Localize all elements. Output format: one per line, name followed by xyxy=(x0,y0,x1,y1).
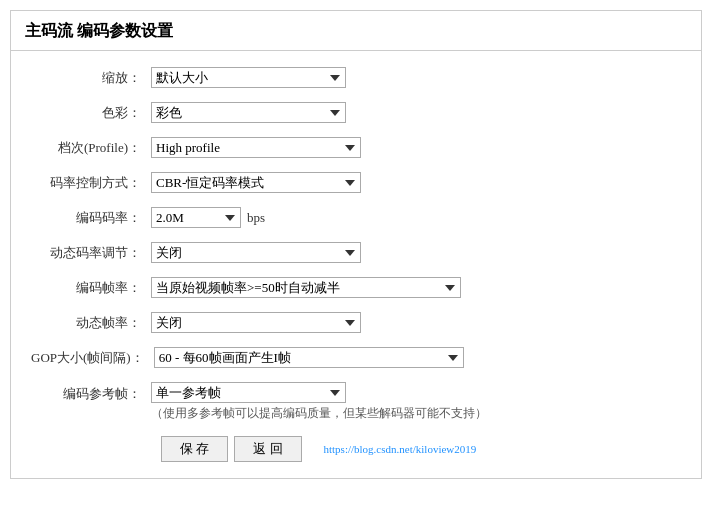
profile-row: 档次(Profile)： High profile Main profile B… xyxy=(31,137,681,158)
gop-row: GOP大小(帧间隔)： 60 - 每60帧画面产生I帧 30 - 每30帧画面产… xyxy=(31,347,681,368)
cbr-select[interactable]: CBR-恒定码率模式 VBR-可变码率模式 xyxy=(151,172,361,193)
gop-select[interactable]: 60 - 每60帧画面产生I帧 30 - 每30帧画面产生I帧 120 - 每1… xyxy=(154,347,464,368)
back-button[interactable]: 返 回 xyxy=(234,436,301,462)
dynamic-control: 关闭 开启 xyxy=(151,242,681,263)
ref-select[interactable]: 单一参考帧 多参考帧 xyxy=(151,382,346,403)
bitrate-control: 2.0M 1.0M 4.0M 8.0M bps xyxy=(151,207,681,228)
color-row: 色彩： 彩色 黑白 xyxy=(31,102,681,123)
gop-label: GOP大小(帧间隔)： xyxy=(31,349,154,367)
scale-label: 缩放： xyxy=(31,69,151,87)
ref-control: 单一参考帧 多参考帧 （使用多参考帧可以提高编码质量，但某些解码器可能不支持） xyxy=(151,382,681,422)
fps-select[interactable]: 当原始视频帧率>=50时自动减半 全帧率 15fps 25fps xyxy=(151,277,461,298)
scale-row: 缩放： 默认大小 640x480 1280x720 xyxy=(31,67,681,88)
dynamic-fps-row: 动态帧率： 关闭 开启 xyxy=(31,312,681,333)
color-select[interactable]: 彩色 黑白 xyxy=(151,102,346,123)
profile-label: 档次(Profile)： xyxy=(31,139,151,157)
cbr-label: 码率控制方式： xyxy=(31,174,151,192)
bitrate-select[interactable]: 2.0M 1.0M 4.0M 8.0M xyxy=(151,207,241,228)
save-button[interactable]: 保 存 xyxy=(161,436,228,462)
footer-buttons: 保 存 返 回 https://blog.csdn.net/kiloview20… xyxy=(161,436,681,462)
dynamic-fps-label: 动态帧率： xyxy=(31,314,151,332)
bitrate-row: 编码码率： 2.0M 1.0M 4.0M 8.0M bps xyxy=(31,207,681,228)
cbr-row: 码率控制方式： CBR-恒定码率模式 VBR-可变码率模式 xyxy=(31,172,681,193)
dynamic-select[interactable]: 关闭 开启 xyxy=(151,242,361,263)
gop-control: 60 - 每60帧画面产生I帧 30 - 每30帧画面产生I帧 120 - 每1… xyxy=(154,347,681,368)
ref-label: 编码参考帧： xyxy=(31,382,151,403)
cbr-control: CBR-恒定码率模式 VBR-可变码率模式 xyxy=(151,172,681,193)
dynamic-fps-control: 关闭 开启 xyxy=(151,312,681,333)
color-control: 彩色 黑白 xyxy=(151,102,681,123)
fps-label: 编码帧率： xyxy=(31,279,151,297)
fps-row: 编码帧率： 当原始视频帧率>=50时自动减半 全帧率 15fps 25fps xyxy=(31,277,681,298)
main-container: 主码流 编码参数设置 缩放： 默认大小 640x480 1280x720 色彩：… xyxy=(10,10,702,479)
profile-select[interactable]: High profile Main profile Baseline profi… xyxy=(151,137,361,158)
color-label: 色彩： xyxy=(31,104,151,122)
dynamic-row: 动态码率调节： 关闭 开启 xyxy=(31,242,681,263)
dynamic-label: 动态码率调节： xyxy=(31,244,151,262)
fps-control: 当原始视频帧率>=50时自动减半 全帧率 15fps 25fps xyxy=(151,277,681,298)
bitrate-unit: bps xyxy=(247,210,265,226)
ref-row: 编码参考帧： 单一参考帧 多参考帧 （使用多参考帧可以提高编码质量，但某些解码器… xyxy=(31,382,681,422)
dynamic-fps-select[interactable]: 关闭 开启 xyxy=(151,312,361,333)
ref-hint: （使用多参考帧可以提高编码质量，但某些解码器可能不支持） xyxy=(151,405,487,422)
scale-control: 默认大小 640x480 1280x720 xyxy=(151,67,681,88)
scale-select[interactable]: 默认大小 640x480 1280x720 xyxy=(151,67,346,88)
profile-control: High profile Main profile Baseline profi… xyxy=(151,137,681,158)
watermark-text: https://blog.csdn.net/kiloview2019 xyxy=(324,443,477,455)
ref-section: 单一参考帧 多参考帧 （使用多参考帧可以提高编码质量，但某些解码器可能不支持） xyxy=(151,382,487,422)
page-title: 主码流 编码参数设置 xyxy=(11,11,701,51)
form-body: 缩放： 默认大小 640x480 1280x720 色彩： 彩色 黑白 档次(P… xyxy=(11,51,701,478)
bitrate-label: 编码码率： xyxy=(31,209,151,227)
